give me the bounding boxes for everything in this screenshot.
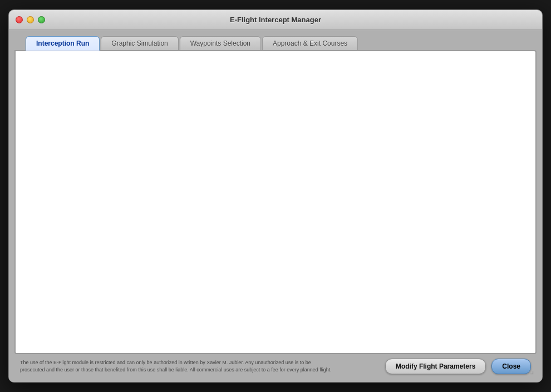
bottom-buttons: Modify Flight Parameters Close bbox=[385, 359, 531, 374]
tab-waypoints-selection[interactable]: Waypoints Selection bbox=[180, 36, 261, 50]
tab-approach-exit-courses[interactable]: Approach & Exit Courses bbox=[262, 36, 358, 50]
tab-graphic-simulation[interactable]: Graphic Simulation bbox=[101, 36, 178, 50]
tab-interception-run[interactable]: Interception Run bbox=[26, 36, 100, 51]
bottom-bar: The use of the E-Flight module is restri… bbox=[14, 354, 537, 376]
app-window: E-Flight Intercept Manager Interception … bbox=[8, 9, 543, 383]
legal-text: The use of the E-Flight module is restri… bbox=[20, 359, 332, 373]
minimize-window-button[interactable] bbox=[27, 16, 34, 23]
tab-bar: Interception Run Graphic Simulation Wayp… bbox=[14, 36, 537, 50]
close-window-button[interactable] bbox=[16, 16, 23, 23]
close-button[interactable]: Close bbox=[491, 359, 531, 374]
maximize-window-button[interactable] bbox=[38, 16, 45, 23]
resize-grip[interactable]: ⌟ bbox=[530, 366, 534, 375]
main-content-panel bbox=[14, 50, 537, 354]
traffic-lights bbox=[16, 16, 45, 23]
modify-flight-parameters-button[interactable]: Modify Flight Parameters bbox=[385, 359, 486, 374]
window-content: Interception Run Graphic Simulation Wayp… bbox=[9, 30, 542, 382]
window-title: E-Flight Intercept Manager bbox=[230, 16, 321, 24]
title-bar: E-Flight Intercept Manager bbox=[9, 10, 542, 30]
